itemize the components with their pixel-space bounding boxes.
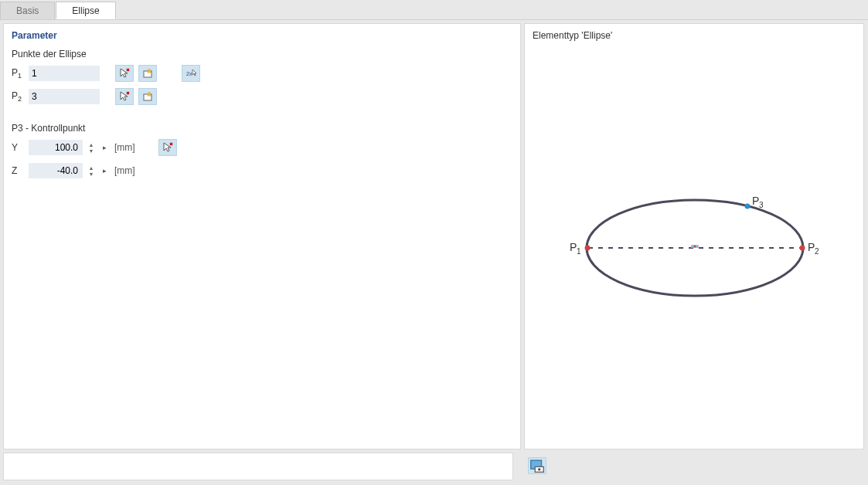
new-point-p1-button[interactable] — [138, 65, 157, 82]
z-expand[interactable]: ▸ — [100, 167, 110, 175]
cursor-pick-icon — [118, 67, 131, 80]
p1-row: P1 2x — [12, 64, 512, 83]
preview-title: Elementtyp 'Ellipse' — [533, 30, 856, 41]
svg-point-13 — [745, 204, 751, 209]
duplicate-icon: 2x — [185, 67, 197, 80]
p1-input[interactable] — [29, 66, 100, 81]
tab-ellipse[interactable]: Ellipse — [56, 2, 115, 19]
tab-bar: Basis Ellipse — [0, 0, 868, 20]
z-label: Z — [12, 165, 24, 176]
svg-point-12 — [800, 246, 805, 251]
ellipse-svg: P1 P2 P3 — [533, 47, 857, 418]
y-input[interactable] — [29, 140, 83, 155]
z-spin-up[interactable]: ▲ — [87, 165, 95, 171]
points-heading: Punkte der Ellipse — [12, 49, 512, 59]
svg-point-11 — [585, 246, 591, 251]
status-strip — [3, 453, 513, 480]
z-spin-down[interactable]: ▼ — [87, 171, 95, 177]
new-point-p2-button[interactable] — [138, 88, 157, 105]
svg-text:3: 3 — [759, 201, 764, 209]
y-spin-down[interactable]: ▼ — [87, 148, 95, 154]
svg-text:1: 1 — [577, 247, 581, 256]
y-label: Y — [12, 142, 24, 153]
tab-basis[interactable]: Basis — [0, 2, 55, 19]
svg-text:P: P — [570, 241, 577, 253]
bottom-area — [0, 453, 868, 483]
z-input[interactable] — [29, 163, 83, 178]
new-point-icon — [141, 67, 154, 80]
parameter-title: Parameter — [12, 30, 512, 41]
p2-label: P2 — [12, 90, 24, 103]
pick-point-p3-button[interactable] — [158, 139, 177, 156]
svg-point-15 — [694, 246, 696, 248]
pick-point-p1-button[interactable] — [115, 65, 134, 82]
z-row: Z ▲ ▼ ▸ [mm] — [12, 161, 512, 180]
svg-text:P: P — [752, 195, 759, 207]
pick-point-p2-button[interactable] — [115, 88, 134, 105]
cursor-pick-icon — [118, 90, 131, 103]
preview-panel: Elementtyp 'Ellipse' P1 P2 P3 — [524, 23, 864, 449]
p3-heading: P3 - Kontrollpunkt — [12, 123, 512, 134]
p2-input[interactable] — [29, 89, 100, 104]
cursor-pick-icon — [162, 141, 174, 154]
y-spinner[interactable]: ▲ ▼ — [87, 142, 95, 154]
duplicate-p1-button[interactable]: 2x — [182, 65, 200, 82]
z-spinner[interactable]: ▲ ▼ — [87, 165, 95, 177]
p2-row: P2 — [12, 87, 512, 106]
y-spin-up[interactable]: ▲ — [87, 142, 95, 148]
z-unit: [mm] — [114, 165, 135, 176]
svg-text:2: 2 — [815, 247, 819, 256]
ellipse-preview: P1 P2 P3 — [533, 47, 856, 418]
svg-text:2x: 2x — [186, 71, 192, 76]
p1-label: P1 — [12, 67, 24, 80]
new-point-icon — [141, 90, 154, 103]
parameter-panel: Parameter Punkte der Ellipse P1 — [3, 23, 521, 449]
y-unit: [mm] — [114, 142, 135, 153]
content-area: Parameter Punkte der Ellipse P1 — [0, 20, 868, 453]
y-row: Y ▲ ▼ ▸ [mm] — [12, 138, 512, 157]
svg-text:P: P — [808, 241, 815, 253]
y-expand[interactable]: ▸ — [100, 144, 110, 151]
